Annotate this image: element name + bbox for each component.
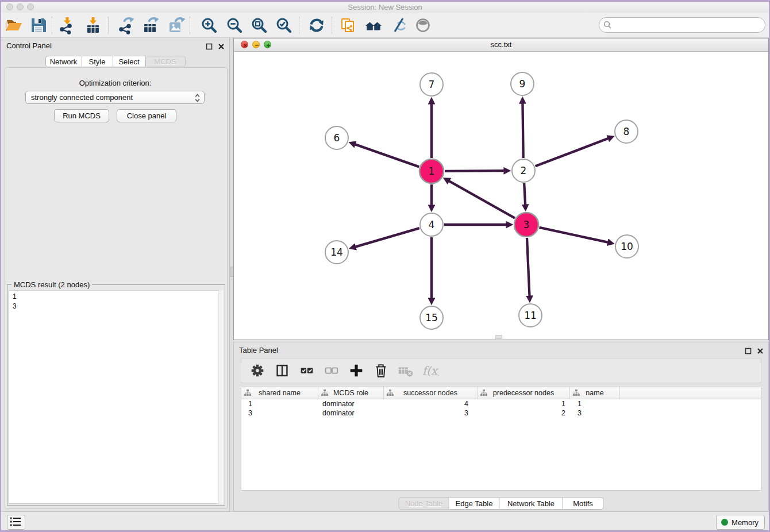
import-network-icon[interactable] <box>58 16 76 34</box>
column-header-MCDS-role[interactable]: MCDS role <box>318 387 384 399</box>
table-row[interactable]: 3dominator323 <box>241 408 761 418</box>
run-mcds-button[interactable]: Run MCDS <box>54 109 109 122</box>
export-image-icon[interactable] <box>167 16 186 34</box>
save-session-icon[interactable] <box>29 16 48 34</box>
close-panel-button[interactable]: Close panel <box>117 109 176 122</box>
graph-edge-4-14[interactable] <box>355 228 419 247</box>
fit-content-icon[interactable] <box>250 16 268 34</box>
graph-edge-1-2[interactable] <box>445 171 505 171</box>
select-all-icon[interactable] <box>298 361 315 380</box>
table-cell[interactable]: 2 <box>478 408 570 418</box>
tab-select[interactable]: Select <box>113 56 146 67</box>
network-window-titlebar: scc.txt <box>234 38 768 52</box>
optimization-criterion-label: Optimization criterion: <box>1 79 229 87</box>
table-row[interactable]: 1dominator411 <box>241 399 761 408</box>
tab-node-table[interactable]: Node Table <box>399 497 449 510</box>
clone-network-icon[interactable] <box>339 16 357 34</box>
table-cell[interactable]: 1 <box>241 399 318 408</box>
status-bar: Memory <box>1 511 769 530</box>
mcds-result-text[interactable]: 1 3 <box>9 290 224 504</box>
toolbar-separator <box>190 17 190 34</box>
first-neighbors-icon[interactable] <box>364 16 383 34</box>
column-header-label: successor nodes <box>403 389 457 397</box>
mcds-result-title: MCDS result (2 nodes) <box>11 280 92 289</box>
control-panel-header: Control Panel <box>1 38 229 53</box>
tab-network-table[interactable]: Network Table <box>500 497 563 510</box>
graph-edge-1-6[interactable] <box>354 144 419 167</box>
column-sort-icon <box>387 390 394 396</box>
delete-row-icon[interactable] <box>372 361 390 380</box>
graph-node-label: 6 <box>334 132 340 144</box>
close-panel-icon[interactable] <box>218 42 225 49</box>
add-row-icon[interactable] <box>348 361 365 380</box>
search-icon <box>603 21 612 29</box>
tab-mcds[interactable]: MCDS <box>146 56 186 67</box>
table-cell[interactable]: 1 <box>570 399 620 408</box>
column-sort-icon <box>321 390 328 396</box>
toolbar-separator <box>108 17 109 34</box>
graph-edge-2-8[interactable] <box>536 138 610 166</box>
column-header-shared-name[interactable]: shared name <box>241 387 318 399</box>
graph-edge-2-9[interactable] <box>522 102 523 158</box>
table-cell[interactable]: 3 <box>384 408 478 418</box>
delete-table-icon <box>397 361 414 380</box>
float-panel-icon[interactable] <box>206 42 213 49</box>
result-scrollbar[interactable] <box>218 290 224 504</box>
column-header-name[interactable]: name <box>570 387 620 399</box>
graph-edge-2-3[interactable] <box>524 183 525 206</box>
zoom-in-icon[interactable] <box>200 16 218 34</box>
graph-edge-3-11[interactable] <box>527 238 530 297</box>
open-file-icon[interactable] <box>5 16 23 34</box>
graph-edge-3-1[interactable] <box>448 180 515 218</box>
control-panel: Control Panel NetworkStyleSelectMCDS Opt… <box>1 38 230 511</box>
column-header-predecessor-nodes[interactable]: predecessor nodes <box>478 387 570 399</box>
export-table-icon[interactable] <box>142 16 160 34</box>
close-panel-icon[interactable] <box>757 346 764 353</box>
tab-motifs[interactable]: Motifs <box>563 497 604 510</box>
graph-node-label: 3 <box>523 219 530 230</box>
refresh-icon[interactable] <box>307 16 326 34</box>
column-header-filler <box>620 387 761 399</box>
show-all-icon[interactable] <box>414 16 432 34</box>
export-network-icon[interactable] <box>117 16 136 34</box>
memory-button[interactable]: Memory <box>716 515 765 530</box>
network-graph-canvas[interactable]: 1234678910111415 <box>234 51 768 340</box>
graph-edge-3-10[interactable] <box>539 228 609 242</box>
task-history-button[interactable] <box>7 515 25 530</box>
toolbar-separator <box>299 17 299 34</box>
create-column-icon[interactable] <box>274 361 291 380</box>
table-panel-title: Table Panel <box>239 346 278 354</box>
graph-node-label: 10 <box>621 241 633 252</box>
application-window: Session: New Session Control Panel <box>0 0 770 532</box>
column-sort-icon <box>480 390 487 396</box>
main-toolbar <box>1 13 769 38</box>
float-panel-icon[interactable] <box>745 346 752 353</box>
table-cell[interactable]: 3 <box>241 408 318 418</box>
tab-style[interactable]: Style <box>82 56 113 67</box>
hide-selected-icon[interactable] <box>390 16 408 34</box>
table-cell[interactable]: dominator <box>318 399 384 408</box>
table-cell[interactable]: 4 <box>384 399 478 408</box>
table-cell[interactable]: dominator <box>318 408 384 418</box>
canvas-grip[interactable] <box>495 335 502 339</box>
zoom-selected-icon[interactable] <box>275 16 293 34</box>
column-header-label: name <box>586 389 603 397</box>
graph-node-label: 1 <box>429 165 435 177</box>
tab-network[interactable]: Network <box>45 56 82 67</box>
deselect-all-icon[interactable] <box>323 361 340 380</box>
search-input[interactable] <box>599 17 765 33</box>
toolbar-separator <box>332 17 332 34</box>
graph-node-label: 4 <box>429 219 435 230</box>
window-title: Session: New Session <box>1 3 769 11</box>
criterion-dropdown[interactable]: strongly connected component <box>25 91 205 104</box>
table-panel-header: Table Panel <box>234 342 768 357</box>
import-table-icon[interactable] <box>84 16 102 34</box>
column-header-successor-nodes[interactable]: successor nodes <box>384 387 478 399</box>
tab-edge-table[interactable]: Edge Table <box>449 497 500 510</box>
zoom-out-icon[interactable] <box>225 16 244 34</box>
table-panel-tabs: Node TableEdge TableNetwork TableMotifs <box>399 497 604 510</box>
table-cell[interactable]: 1 <box>478 399 570 408</box>
graph-node-label: 14 <box>330 246 343 258</box>
column-settings-icon[interactable] <box>249 361 266 380</box>
table-cell[interactable]: 3 <box>570 408 620 418</box>
